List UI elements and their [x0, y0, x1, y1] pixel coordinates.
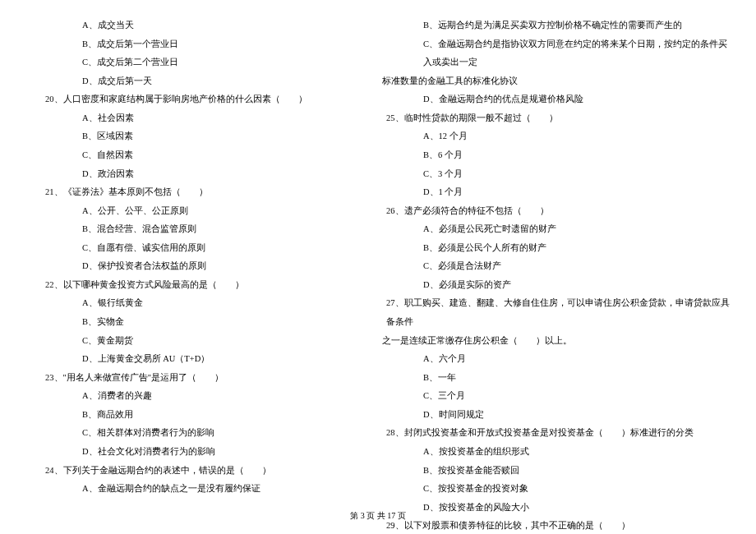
q27-option: A、六个月: [382, 350, 731, 369]
q24-option: D、金融远期合约的优点是规避价格风险: [382, 90, 731, 109]
q24-option: B、远期合约是为满足买卖双方控制价格不确定性的需要而产生的: [382, 16, 731, 35]
q19-option: D、成交后第一天: [25, 72, 374, 91]
q22-option: D、上海黄金交易所 AU（T+D）: [25, 350, 374, 369]
q20-option: A、社会因素: [25, 109, 374, 128]
q28-option: C、按投资基金的投资对象: [382, 480, 731, 499]
q24-option: C、金融远期合约是指协议双方同意在约定的将来某个日期，按约定的条件买入或卖出一定: [382, 35, 731, 72]
q21-text: 21、《证券法》基本原则不包括（ ）: [25, 183, 374, 202]
q21-option: C、自愿有偿、诚实信用的原则: [25, 239, 374, 258]
q25-option: C、3 个月: [382, 165, 731, 184]
q23-option: D、社会文化对消费者行为的影响: [25, 443, 374, 462]
q24-text: 24、下列关于金融远期合约的表述中，错误的是（ ）: [25, 462, 374, 481]
q21-option: A、公开、公平、公正原则: [25, 202, 374, 221]
right-column: B、远期合约是为满足买卖双方控制价格不确定性的需要而产生的 C、金融远期合约是指…: [382, 16, 731, 534]
q26-option: B、必须是公民个人所有的财产: [382, 239, 731, 258]
q25-option: B、6 个月: [382, 146, 731, 165]
q27-option: C、三个月: [382, 387, 731, 406]
q22-text: 22、以下哪种黄金投资方式风险最高的是（ ）: [25, 276, 374, 295]
q21-option: B、混合经营、混合监管原则: [25, 220, 374, 239]
q22-option: A、银行纸黄金: [25, 294, 374, 313]
q27-text: 27、职工购买、建造、翻建、大修自住住房，可以申请住房公积金贷款，申请贷款应具备…: [382, 294, 731, 331]
q27-option: B、一年: [382, 369, 731, 388]
q19-option: B、成交后第一个营业日: [25, 35, 374, 54]
q25-option: A、12 个月: [382, 127, 731, 146]
q25-option: D、1 个月: [382, 183, 731, 202]
q27-continuation: 之一是连续正常缴存住房公积金（ ）以上。: [382, 332, 731, 351]
q20-option: D、政治因素: [25, 165, 374, 184]
page-container: A、成交当天 B、成交后第一个营业日 C、成交后第二个营业日 D、成交后第一天 …: [0, 0, 756, 534]
q23-option: C、相关群体对消费者行为的影响: [25, 424, 374, 443]
q26-option: C、必须是合法财产: [382, 257, 731, 276]
q20-option: B、区域因素: [25, 127, 374, 146]
q24-option: A、金融远期合约的缺点之一是没有履约保证: [25, 480, 374, 499]
q26-option: D、必须是实际的资产: [382, 276, 731, 295]
q22-option: C、黄金期货: [25, 332, 374, 351]
q23-option: B、商品效用: [25, 406, 374, 425]
left-column: A、成交当天 B、成交后第一个营业日 C、成交后第二个营业日 D、成交后第一天 …: [25, 16, 374, 534]
page-footer: 第 3 页 共 17 页: [0, 510, 756, 522]
q28-option: A、按投资基金的组织形式: [382, 443, 731, 462]
q20-option: C、自然因素: [25, 146, 374, 165]
q23-option: A、消费者的兴趣: [25, 387, 374, 406]
q19-option: A、成交当天: [25, 16, 374, 35]
q28-text: 28、封闭式投资基金和开放式投资基金是对投资基金（ ）标准进行的分类: [382, 424, 731, 443]
q27-option: D、时间同规定: [382, 406, 731, 425]
q26-option: A、必须是公民死亡时遗留的财产: [382, 220, 731, 239]
q25-text: 25、临时性贷款的期限一般不超过（ ）: [382, 109, 731, 128]
q23-text: 23、"用名人来做宣传广告"是运用了（ ）: [25, 369, 374, 388]
q24-continuation: 标准数量的金融工具的标准化协议: [382, 72, 731, 91]
q26-text: 26、遗产必须符合的特征不包括（ ）: [382, 202, 731, 221]
q21-option: D、保护投资者合法权益的原则: [25, 257, 374, 276]
q19-option: C、成交后第二个营业日: [25, 53, 374, 72]
q20-text: 20、人口密度和家庭结构属于影响房地产价格的什么因素（ ）: [25, 90, 374, 109]
q22-option: B、实物金: [25, 313, 374, 332]
q28-option: B、按投资基金能否赎回: [382, 462, 731, 481]
